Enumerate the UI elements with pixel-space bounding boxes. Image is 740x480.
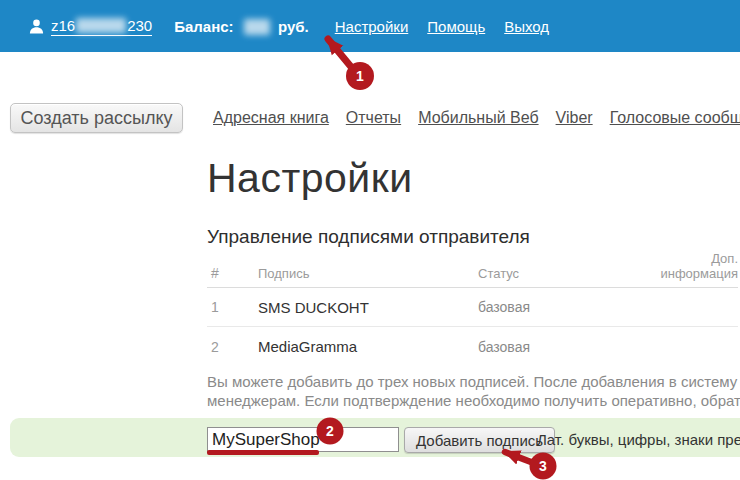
create-mailing-button[interactable]: Создать рассылку: [10, 103, 183, 133]
note-line-2: менеджерам. Если подтверждение необходим…: [207, 391, 740, 410]
cell-status: базовая: [478, 299, 638, 315]
col-header-name: Подпись: [258, 266, 478, 281]
signatures-table: # Подпись Статус Доп. информация 1 SMS D…: [207, 264, 738, 366]
table-row: 2 MediaGramma базовая: [207, 327, 738, 366]
cell-name: MediaGramma: [258, 338, 478, 355]
balance: Баланс: руб.: [174, 18, 309, 35]
table-header-row: # Подпись Статус Доп. информация: [207, 264, 738, 288]
annotation-underline: [207, 450, 319, 455]
user-id-prefix: z16: [51, 17, 75, 34]
balance-value-blur: [244, 19, 270, 35]
topbar-link-logout[interactable]: Выход: [504, 18, 549, 35]
cell-num: 2: [207, 339, 258, 355]
user-id-suffix: 230: [127, 17, 152, 34]
note-line-1: Вы можете добавить до трех новых подписе…: [207, 372, 740, 391]
cell-name: SMS DUCKOHT: [258, 299, 478, 316]
annotation-badge-1: [346, 62, 374, 90]
topbar: z16 230 Баланс: руб. Настройки Помощь Вы…: [0, 0, 740, 52]
cell-status: базовая: [478, 339, 638, 355]
user-id-link[interactable]: z16 230: [51, 17, 152, 36]
col-header-info: Доп. информация: [638, 251, 738, 281]
main-nav: Адресная книга Отчеты Мобильный Веб Vibe…: [213, 109, 740, 127]
signatures-note: Вы можете добавить до трех новых подписе…: [207, 372, 740, 410]
currency-label: руб.: [278, 18, 309, 35]
user-block: z16 230: [28, 17, 152, 36]
add-signature-button[interactable]: Добавить подпись: [404, 427, 555, 453]
nav-link-voice-messages[interactable]: Голосовые сообщения: [610, 109, 740, 127]
topbar-link-help[interactable]: Помощь: [427, 18, 485, 35]
annotation-badge-3-label: 3: [539, 458, 547, 474]
page-subtitle: Управление подписями отправителя: [207, 226, 530, 248]
topbar-link-settings[interactable]: Настройки: [335, 18, 409, 35]
signature-input-hint: Лат. буквы, цифры, знаки препи: [537, 431, 740, 448]
annotation-badge-1-label: 1: [356, 68, 364, 84]
balance-label: Баланс:: [174, 18, 233, 35]
page-title: Настройки: [207, 155, 413, 202]
user-id-blur: [76, 18, 126, 33]
nav-link-mobile-web[interactable]: Мобильный Веб: [418, 109, 538, 127]
col-header-status: Статус: [478, 266, 638, 281]
topbar-links: Настройки Помощь Выход: [335, 18, 549, 35]
table-row: 1 SMS DUCKOHT базовая: [207, 288, 738, 327]
nav-link-reports[interactable]: Отчеты: [346, 109, 401, 127]
cell-num: 1: [207, 299, 258, 315]
user-icon: [28, 18, 45, 35]
nav-link-viber[interactable]: Viber: [556, 109, 593, 127]
col-header-num: #: [207, 265, 258, 281]
signature-input[interactable]: [207, 427, 399, 452]
nav-link-address-book[interactable]: Адресная книга: [213, 109, 329, 127]
